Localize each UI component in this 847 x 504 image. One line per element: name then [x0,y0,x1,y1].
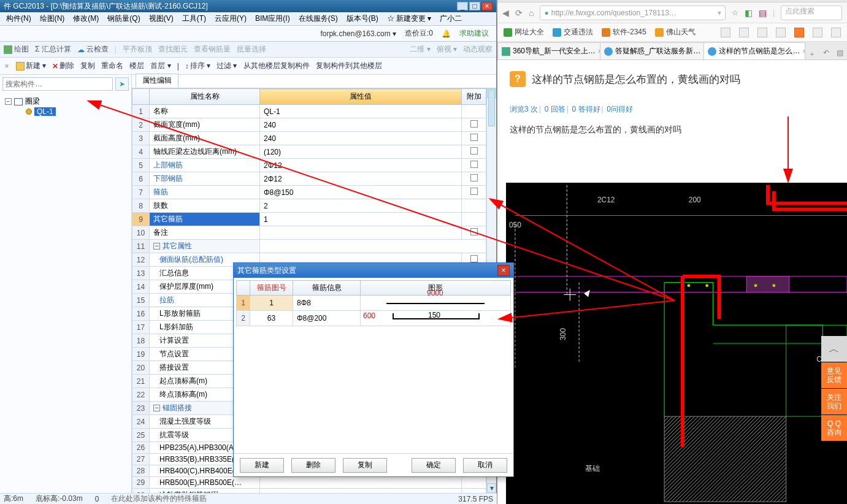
tree-item-ql1[interactable]: QL-1 [26,107,126,116]
browser-search-input[interactable]: 点此搜索 [781,6,842,20]
property-row[interactable]: 30 冷轧带肋钢筋锚固 [132,489,486,494]
toolbar-icon-6[interactable] [813,28,822,37]
feedback-button[interactable]: 意见 反馈 [821,362,847,388]
menu-draw[interactable]: 绘图(N) [36,12,69,25]
ext-icon-1[interactable]: ◧ [745,8,753,18]
back-to-top-button[interactable]: ︿ [821,336,847,362]
dlg-cancel-button[interactable]: 取消 [463,458,507,473]
property-row[interactable]: 4轴线距梁左边线距离(mm)(120) [132,145,486,159]
menu-bim[interactable]: BIM应用(I) [251,12,294,25]
user-account[interactable]: forpk.chen@163.com ▾ [320,29,396,38]
scroll-down-icon[interactable]: ▾ [487,483,496,493]
menu-guangxiaoer[interactable]: 广小二 [436,12,466,25]
stirrup-row-1[interactable]: 1 1 8Φ8 9000 [237,296,511,311]
property-row[interactable]: 6下部钢筋2Φ12 [132,172,486,186]
menu-rebar[interactable]: 钢筋量(Q) [104,12,144,25]
tool-flushtop[interactable]: 平齐板顶 [123,44,152,55]
tool-rebarview[interactable]: 查看钢筋量 [194,44,231,55]
tab-property-edit[interactable]: 属性编辑 [136,74,178,88]
search-input[interactable] [2,77,113,91]
menu-version[interactable]: 版本号(B) [343,12,382,25]
ext-icon-2[interactable]: ▤ [759,8,767,18]
property-row[interactable]: 5上部钢筋2Φ12 [132,159,486,172]
tab-faq[interactable]: 答疑解惑_广联达服务新…× [600,42,704,59]
property-row[interactable]: 9其它箍筋1 [132,213,486,226]
property-row[interactable]: 29 HRB500(E),HRB500E(… [132,477,486,489]
stirrup-row-2[interactable]: 2 63 Φ8@200 600150 [237,311,511,326]
tool-cloudcheck[interactable]: ☁云检查 [77,44,109,55]
toolbar-icon-2[interactable] [739,28,749,37]
qq-button[interactable]: Q Q 咨询 [821,415,847,441]
menu-view[interactable]: 视图(V) [145,12,177,25]
dropdown-icon[interactable]: ▾ [718,9,721,17]
dlg-copy-button[interactable]: 复制 [343,458,387,473]
rename-button[interactable]: 重命名 [101,61,123,71]
delete-button[interactable]: ✕删除 [52,61,74,71]
tool-orbit[interactable]: 动态观察 [463,44,492,55]
property-row[interactable]: 2截面宽度(mm)240 [132,118,486,132]
scroll-thumb[interactable] [488,90,495,126]
tree-root-ringbeam[interactable]: − 圈梁 [5,96,126,107]
suggest-button[interactable]: 求助建议 [459,28,489,39]
property-row[interactable]: 3截面高度(mm)240 [132,132,486,145]
maximize-button[interactable]: □ [469,2,480,10]
filter-button[interactable]: 过滤 ▾ [217,61,237,71]
refresh-button[interactable]: ⟳ [515,8,523,18]
toolbar-icon-1[interactable] [721,28,730,37]
tool-2d[interactable]: 二维 ▾ [410,44,430,55]
back-button[interactable]: ◀ [502,8,509,18]
bookmark-weather[interactable]: 佛山天气 [655,27,696,37]
menu-newchange[interactable]: ☆ 新建变更 ▾ [383,12,435,25]
toolbar-icon-4[interactable] [776,28,786,37]
new-tab-button[interactable]: ＋ [805,49,819,59]
menu-tools[interactable]: 工具(T) [178,12,210,25]
undo-tab-button[interactable]: ↶ [821,48,831,59]
close-button[interactable]: × [481,2,492,10]
tool-draw[interactable]: 绘图 [4,44,29,55]
address-bar: ◀ ⟳ ⌂ ● http://e.fwxgx.com/question_1781… [497,2,847,23]
tool-batchsel[interactable]: 批量选择 [237,44,266,55]
property-row[interactable]: 10备注 [132,226,486,240]
dlg-new-button[interactable]: 新建 [240,458,284,473]
tab-360nav[interactable]: 360导航_新一代安全上…× [497,42,600,59]
copy-to-floor[interactable]: 复制构件到其他楼层 [316,61,382,71]
bell-icon[interactable]: 🔔 [442,29,451,38]
menu-cloud[interactable]: 云应用(Y) [211,12,250,25]
titlebar[interactable]: 件 GCJ2013 - [D:\预结算及描筋\广联达描筋\测试-2160.GCJ… [0,0,496,12]
tool-topview[interactable]: 俯视 ▾ [437,44,457,55]
property-row[interactable]: 7箍筋Φ8@150 [132,186,486,199]
floor-select[interactable]: 首层 ▾ [150,61,171,71]
toolbar-icon-5[interactable] [794,28,804,37]
property-row[interactable]: 1名称QL-1 [132,105,486,118]
bookmark-traffic[interactable]: 交通违法 [553,27,593,37]
tool-sum[interactable]: Σ 汇总计算 [35,44,71,55]
menu-modify[interactable]: 修改(M) [69,12,102,25]
copy-button[interactable]: 复制 [80,61,95,71]
dlg-ok-button[interactable]: 确定 [412,458,456,473]
menu-online[interactable]: 在线服务(S) [295,12,342,25]
toolbar-icon-7[interactable] [831,28,841,37]
collapse-icon[interactable]: − [5,98,12,105]
panel-close-x[interactable]: × [4,62,10,71]
favorite-button[interactable]: ☆ [732,9,738,17]
dialog-close-button[interactable]: × [497,265,510,276]
url-input[interactable]: ● http://e.fwxgx.com/question_178113… ▾ [540,6,725,20]
bookmark-sites[interactable]: 网址大全 [504,27,544,37]
sort-button[interactable]: ↕ 排序 ▾ [185,61,210,71]
tool-find[interactable]: 查找图元 [158,44,188,55]
toolbar-icon-3[interactable] [757,28,767,37]
minimize-button[interactable]: _ [457,2,468,10]
search-go-button[interactable]: ➤ [115,77,129,91]
bookmark-software[interactable]: 软件-2345 [602,27,646,37]
dlg-delete-button[interactable]: 删除 [291,458,335,473]
tab-options-button[interactable]: ▤ [835,48,845,59]
follow-button[interactable]: 关注 我们 [821,389,847,414]
copy-from-floor[interactable]: 从其他楼层复制构件 [243,61,310,71]
menu-component[interactable]: 构件(N) [2,12,35,25]
tab-question[interactable]: 这样的节点钢筋是怎么…× [703,42,805,59]
new-button[interactable]: 新建 ▾ [16,61,46,71]
property-row[interactable]: 11−其它属性 [132,240,486,253]
home-button[interactable]: ⌂ [529,8,534,18]
dialog-titlebar[interactable]: 其它箍筋类型设置 × [234,263,513,278]
property-row[interactable]: 8肢数2 [132,199,486,213]
